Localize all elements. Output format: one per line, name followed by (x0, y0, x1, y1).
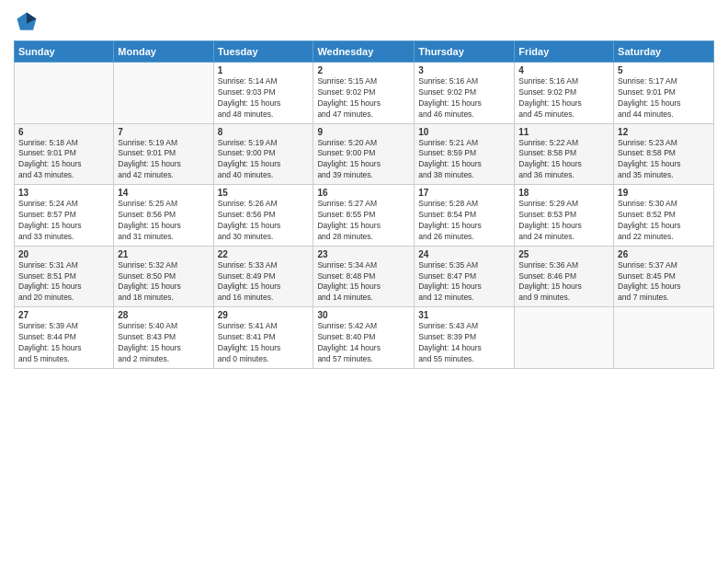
day-number: 26 (618, 249, 710, 259)
calendar-cell (614, 307, 714, 369)
calendar-cell: 17Sunrise: 5:28 AM Sunset: 8:54 PM Dayli… (415, 185, 515, 247)
calendar-cell: 29Sunrise: 5:41 AM Sunset: 8:41 PM Dayli… (213, 307, 313, 369)
day-number: 3 (418, 65, 510, 75)
calendar-cell: 9Sunrise: 5:20 AM Sunset: 9:00 PM Daylig… (313, 123, 415, 185)
calendar-table: SundayMondayTuesdayWednesdayThursdayFrid… (14, 40, 714, 369)
day-info: Sunrise: 5:16 AM Sunset: 9:02 PM Dayligh… (418, 76, 510, 121)
calendar-cell: 30Sunrise: 5:42 AM Sunset: 8:40 PM Dayli… (313, 307, 415, 369)
calendar-cell: 7Sunrise: 5:19 AM Sunset: 9:01 PM Daylig… (114, 123, 213, 185)
day-info: Sunrise: 5:31 AM Sunset: 8:51 PM Dayligh… (18, 260, 109, 304)
day-number: 31 (418, 310, 510, 320)
weekday-header: Tuesday (213, 41, 313, 63)
calendar-cell: 12Sunrise: 5:23 AM Sunset: 8:58 PM Dayli… (614, 123, 714, 185)
day-number: 24 (418, 249, 510, 259)
day-number: 13 (18, 188, 109, 198)
day-info: Sunrise: 5:30 AM Sunset: 8:52 PM Dayligh… (618, 199, 710, 243)
calendar-cell: 20Sunrise: 5:31 AM Sunset: 8:51 PM Dayli… (15, 246, 114, 307)
calendar-cell: 25Sunrise: 5:36 AM Sunset: 8:46 PM Dayli… (515, 246, 614, 307)
calendar-cell: 2Sunrise: 5:15 AM Sunset: 9:02 PM Daylig… (313, 63, 415, 124)
calendar-cell: 27Sunrise: 5:39 AM Sunset: 8:44 PM Dayli… (15, 307, 114, 369)
day-number: 25 (518, 249, 609, 259)
day-info: Sunrise: 5:33 AM Sunset: 8:49 PM Dayligh… (218, 260, 310, 304)
day-info: Sunrise: 5:28 AM Sunset: 8:54 PM Dayligh… (418, 199, 510, 243)
day-number: 21 (118, 249, 209, 259)
day-number: 14 (118, 188, 209, 198)
day-number: 6 (18, 127, 109, 137)
day-info: Sunrise: 5:25 AM Sunset: 8:56 PM Dayligh… (118, 199, 209, 243)
day-info: Sunrise: 5:23 AM Sunset: 8:58 PM Dayligh… (618, 138, 710, 182)
calendar-cell (114, 63, 213, 124)
calendar-cell: 5Sunrise: 5:17 AM Sunset: 9:01 PM Daylig… (614, 63, 714, 124)
calendar-cell: 8Sunrise: 5:19 AM Sunset: 9:00 PM Daylig… (213, 123, 313, 185)
day-number: 20 (18, 249, 109, 259)
day-number: 8 (218, 127, 310, 137)
weekday-header: Saturday (614, 41, 714, 63)
day-info: Sunrise: 5:22 AM Sunset: 8:58 PM Dayligh… (518, 138, 609, 182)
day-number: 7 (118, 127, 209, 137)
day-info: Sunrise: 5:21 AM Sunset: 8:59 PM Dayligh… (418, 138, 510, 182)
weekday-header: Sunday (15, 41, 114, 63)
day-info: Sunrise: 5:20 AM Sunset: 9:00 PM Dayligh… (317, 138, 410, 182)
day-number: 2 (317, 65, 410, 75)
day-number: 5 (618, 65, 710, 75)
calendar-cell: 14Sunrise: 5:25 AM Sunset: 8:56 PM Dayli… (114, 185, 213, 247)
day-number: 22 (218, 249, 310, 259)
day-number: 18 (518, 188, 609, 198)
day-info: Sunrise: 5:40 AM Sunset: 8:43 PM Dayligh… (118, 321, 209, 365)
calendar-cell: 1Sunrise: 5:14 AM Sunset: 9:03 PM Daylig… (213, 63, 313, 124)
calendar-cell: 10Sunrise: 5:21 AM Sunset: 8:59 PM Dayli… (415, 123, 515, 185)
day-number: 12 (618, 127, 710, 137)
calendar-cell: 16Sunrise: 5:27 AM Sunset: 8:55 PM Dayli… (313, 185, 415, 247)
day-number: 28 (118, 310, 209, 320)
day-number: 27 (18, 310, 109, 320)
weekday-header: Wednesday (313, 41, 415, 63)
calendar-cell: 22Sunrise: 5:33 AM Sunset: 8:49 PM Dayli… (213, 246, 313, 307)
calendar-week-row: 6Sunrise: 5:18 AM Sunset: 9:01 PM Daylig… (15, 123, 714, 185)
header (14, 9, 714, 35)
day-number: 29 (218, 310, 310, 320)
day-number: 30 (317, 310, 410, 320)
day-number: 11 (518, 127, 609, 137)
day-number: 19 (618, 188, 710, 198)
day-info: Sunrise: 5:35 AM Sunset: 8:47 PM Dayligh… (418, 260, 510, 304)
day-number: 1 (218, 65, 310, 75)
day-number: 9 (317, 127, 410, 137)
day-info: Sunrise: 5:36 AM Sunset: 8:46 PM Dayligh… (518, 260, 609, 304)
day-info: Sunrise: 5:18 AM Sunset: 9:01 PM Dayligh… (18, 138, 109, 182)
day-info: Sunrise: 5:26 AM Sunset: 8:56 PM Dayligh… (218, 199, 310, 243)
calendar-cell: 3Sunrise: 5:16 AM Sunset: 9:02 PM Daylig… (415, 63, 515, 124)
calendar-cell: 13Sunrise: 5:24 AM Sunset: 8:57 PM Dayli… (15, 185, 114, 247)
day-number: 17 (418, 188, 510, 198)
day-info: Sunrise: 5:19 AM Sunset: 9:01 PM Dayligh… (118, 138, 209, 182)
calendar-header-row: SundayMondayTuesdayWednesdayThursdayFrid… (15, 41, 714, 63)
calendar-cell: 19Sunrise: 5:30 AM Sunset: 8:52 PM Dayli… (614, 185, 714, 247)
calendar-cell: 23Sunrise: 5:34 AM Sunset: 8:48 PM Dayli… (313, 246, 415, 307)
day-info: Sunrise: 5:37 AM Sunset: 8:45 PM Dayligh… (618, 260, 710, 304)
day-info: Sunrise: 5:41 AM Sunset: 8:41 PM Dayligh… (218, 321, 310, 365)
day-info: Sunrise: 5:43 AM Sunset: 8:39 PM Dayligh… (418, 321, 510, 365)
calendar-cell: 11Sunrise: 5:22 AM Sunset: 8:58 PM Dayli… (515, 123, 614, 185)
day-info: Sunrise: 5:14 AM Sunset: 9:03 PM Dayligh… (218, 76, 310, 121)
page: SundayMondayTuesdayWednesdayThursdayFrid… (0, 0, 728, 563)
calendar-week-row: 13Sunrise: 5:24 AM Sunset: 8:57 PM Dayli… (15, 185, 714, 247)
day-info: Sunrise: 5:24 AM Sunset: 8:57 PM Dayligh… (18, 199, 109, 243)
day-info: Sunrise: 5:16 AM Sunset: 9:02 PM Dayligh… (518, 76, 609, 121)
weekday-header: Thursday (415, 41, 515, 63)
day-info: Sunrise: 5:39 AM Sunset: 8:44 PM Dayligh… (18, 321, 109, 365)
day-number: 4 (518, 65, 609, 75)
day-info: Sunrise: 5:34 AM Sunset: 8:48 PM Dayligh… (317, 260, 410, 304)
day-number: 23 (317, 249, 410, 259)
calendar-cell: 26Sunrise: 5:37 AM Sunset: 8:45 PM Dayli… (614, 246, 714, 307)
calendar-cell: 4Sunrise: 5:16 AM Sunset: 9:02 PM Daylig… (515, 63, 614, 124)
calendar-cell: 28Sunrise: 5:40 AM Sunset: 8:43 PM Dayli… (114, 307, 213, 369)
calendar-week-row: 20Sunrise: 5:31 AM Sunset: 8:51 PM Dayli… (15, 246, 714, 307)
calendar-cell: 6Sunrise: 5:18 AM Sunset: 9:01 PM Daylig… (15, 123, 114, 185)
day-number: 16 (317, 188, 410, 198)
day-info: Sunrise: 5:17 AM Sunset: 9:01 PM Dayligh… (618, 76, 710, 121)
day-info: Sunrise: 5:42 AM Sunset: 8:40 PM Dayligh… (317, 321, 410, 365)
calendar-cell: 18Sunrise: 5:29 AM Sunset: 8:53 PM Dayli… (515, 185, 614, 247)
day-info: Sunrise: 5:15 AM Sunset: 9:02 PM Dayligh… (317, 76, 410, 121)
calendar-cell (15, 63, 114, 124)
calendar-cell: 21Sunrise: 5:32 AM Sunset: 8:50 PM Dayli… (114, 246, 213, 307)
weekday-header: Monday (114, 41, 213, 63)
